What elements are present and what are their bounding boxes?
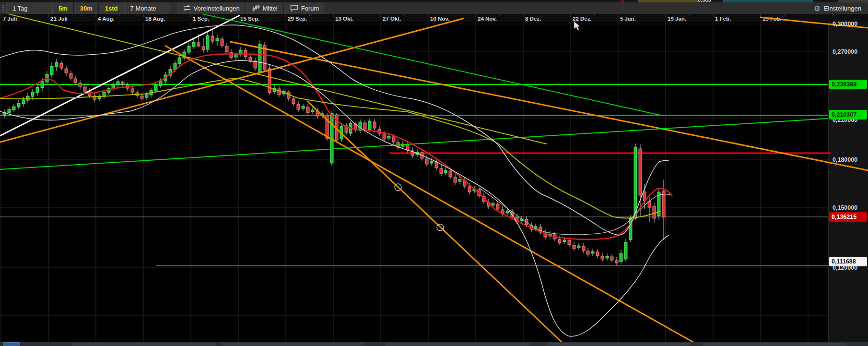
svg-text:0,270000: 0,270000 [833, 48, 857, 55]
button-label: 1 Tag [12, 5, 28, 12]
svg-text:22 Dez.: 22 Dez. [573, 16, 592, 22]
candle [657, 188, 660, 220]
chart-application: 0,005 1 Tag 5m 30m 1std 7 Monate Voreins… [0, 0, 868, 346]
button-label: 1std [105, 5, 118, 12]
mittel-button[interactable]: Mittel [246, 2, 284, 14]
candle [634, 143, 637, 220]
button-label: Forum [301, 5, 319, 12]
price-badge: 0,210307 [829, 110, 867, 119]
candle [263, 42, 266, 72]
plot-background[interactable] [0, 22, 828, 342]
svg-text:0,239398: 0,239398 [832, 81, 856, 88]
timeframe-30m-button[interactable]: 30m [74, 2, 99, 14]
price-badge: 0,136215 [829, 212, 867, 222]
range-7monate-button[interactable]: 7 Monate [124, 2, 170, 14]
button-label: Mittel [263, 5, 278, 12]
speech-bubble-icon [290, 5, 298, 12]
toolbar: 1 Tag 5m 30m 1std 7 Monate Voreinstellun… [0, 2, 868, 14]
candle [624, 239, 627, 262]
scrollbar-segment [547, 343, 691, 346]
svg-text:0,136215: 0,136215 [832, 214, 856, 220]
svg-text:5 Jan.: 5 Jan. [620, 16, 636, 22]
svg-text:24 Nov.: 24 Nov. [478, 16, 497, 22]
scrollbar-segment [386, 343, 530, 346]
candle [258, 40, 261, 73]
einstellungen-button[interactable]: ⚙ Einstellungen [807, 2, 868, 14]
button-label: Voreinstellungen [194, 5, 240, 12]
timeframe-5m-button[interactable]: 5m [52, 2, 74, 14]
svg-text:0,150000: 0,150000 [833, 204, 857, 211]
forum-button[interactable]: Forum [284, 2, 326, 14]
timeframe-1tag-button[interactable]: 1 Tag [6, 2, 52, 14]
price-badge: 0,239398 [829, 80, 867, 89]
voreinstellungen-button[interactable]: Voreinstellungen [177, 2, 246, 14]
svg-text:29 Sep.: 29 Sep. [288, 16, 307, 22]
svg-text:0,210307: 0,210307 [832, 111, 856, 118]
scrollbar-segment [221, 343, 364, 346]
horizontal-scrollbar[interactable] [0, 342, 868, 346]
svg-text:27 Okt.: 27 Okt. [383, 16, 401, 22]
sliders-icon [183, 5, 191, 12]
svg-text:18 Aug.: 18 Aug. [145, 16, 165, 22]
svg-text:1 Feb.: 1 Feb. [715, 16, 731, 22]
svg-text:1 Sep.: 1 Sep. [193, 16, 209, 22]
svg-text:8 Dez.: 8 Dez. [525, 16, 541, 22]
svg-text:0,180000: 0,180000 [833, 156, 857, 163]
candlestick-icon [252, 5, 260, 12]
svg-text:7 Juli: 7 Juli [3, 16, 17, 22]
svg-text:0,111688: 0,111688 [832, 258, 856, 265]
svg-text:13 Okt.: 13 Okt. [335, 16, 353, 22]
svg-text:10 Nov.: 10 Nov. [430, 16, 449, 22]
svg-text:15 Sep.: 15 Sep. [240, 16, 259, 22]
button-label: 5m [59, 5, 68, 12]
toolbar-grip-icon[interactable] [0, 2, 6, 14]
scrollbar-thumb[interactable] [3, 342, 20, 346]
price-badge: 0,111688 [829, 257, 867, 266]
scrollbar-segment [72, 343, 216, 346]
button-label: 30m [80, 5, 93, 12]
price-chart[interactable]: 7 Juli21 Juli4 Aug.18 Aug.1 Sep.15 Sep.2… [0, 14, 868, 346]
gear-icon: ⚙ [814, 5, 820, 12]
svg-text:21 Juli: 21 Juli [50, 16, 68, 22]
svg-text:19 Jan.: 19 Jan. [668, 16, 686, 22]
svg-text:0,300000: 0,300000 [833, 21, 857, 27]
svg-text:4 Aug.: 4 Aug. [98, 16, 115, 22]
button-label: Einstellungen [824, 5, 861, 12]
button-label: 7 Monate [130, 5, 156, 12]
scrollbar-segment [703, 343, 846, 346]
price-axis-panel[interactable] [828, 22, 868, 342]
timeframe-1std-button[interactable]: 1std [99, 2, 124, 14]
